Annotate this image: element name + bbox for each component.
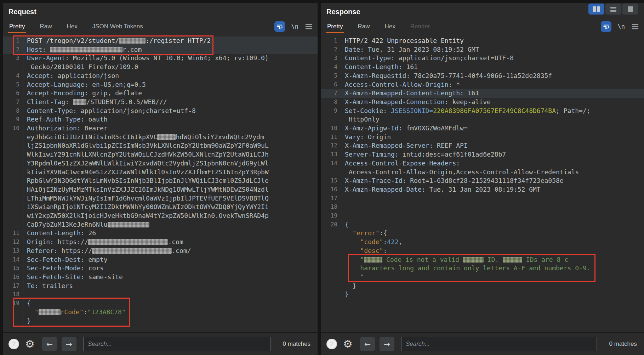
columns-view-button[interactable] — [588, 4, 604, 15]
word-wrap-button[interactable] — [274, 21, 285, 32]
line-number — [3, 194, 23, 203]
line-number: 10 — [3, 124, 23, 133]
code-line: 3Content-Type: application/json;charset=… — [321, 54, 644, 63]
line-number: 18 — [3, 290, 23, 299]
tab-raw[interactable]: Raw — [357, 19, 370, 34]
code-line: CaD7ybZuM13KeJeRn6Nlu — [3, 220, 318, 229]
word-wrap-icon — [603, 23, 610, 30]
line-number: 13 — [3, 247, 23, 255]
help-button[interactable]: ? — [326, 339, 337, 349]
request-match-count: 0 matches — [283, 340, 310, 348]
next-match-button[interactable]: → — [62, 337, 76, 351]
code-line: 19{ — [3, 299, 318, 308]
columns-view-icon — [593, 6, 596, 12]
code-line: WlkIiwiY291cnNlLXNlcnZpY2UtaWQiLCJzdHVkZ… — [3, 150, 318, 159]
code-line: Y3Rpdml0eS1zZXJ2aWNlLWlkIiwiY2xvdWQtc2Vy… — [3, 159, 318, 168]
line-number — [3, 63, 23, 72]
code-line: 4Accept: application/json — [3, 72, 318, 80]
editor-menu-icon[interactable] — [305, 23, 313, 30]
code-line: Gecko/20100101 Firefox/109.0 — [3, 63, 318, 72]
code-line: " — [321, 273, 644, 282]
code-line: 1POST /trogon/v2/student/:/register HTTP… — [3, 36, 318, 45]
next-match-button[interactable]: → — [380, 337, 394, 351]
line-number: 4 — [3, 72, 23, 80]
line-number: 16 — [321, 185, 341, 194]
line-number — [3, 203, 23, 212]
code-line: 17Te: trailers — [3, 282, 318, 291]
line-number: 5 — [3, 80, 23, 89]
previous-match-button[interactable]: ← — [360, 337, 375, 351]
line-number — [321, 115, 341, 124]
help-button[interactable]: ? — [8, 339, 19, 349]
response-editor[interactable]: 1HTTP/2 422 Unprocessable Entity2Date: T… — [321, 35, 644, 332]
tab-json-web-tokens[interactable]: JSON Web Tokens — [92, 19, 144, 34]
request-search-input[interactable] — [83, 337, 270, 351]
line-number: 16 — [3, 273, 23, 282]
code-line: 1HTTP/2 422 Unprocessable Entity — [321, 36, 644, 45]
code-line: 8X-Amzn-Remapped-Connection: keep-alive — [321, 98, 644, 107]
tab-render[interactable]: Render — [410, 19, 431, 34]
tab-hex[interactable]: Hex — [66, 19, 78, 34]
settings-button[interactable]: ⚙ — [23, 338, 37, 350]
show-newlines-button[interactable]: \n — [618, 23, 625, 30]
line-number: 3 — [3, 54, 23, 63]
code-line: 15X-Amzn-Trace-Id: Root=1-63d8cf28-21529… — [321, 176, 644, 185]
code-line: "error":{ — [321, 229, 644, 238]
tab-pretty[interactable]: Pretty — [326, 19, 343, 34]
tab-pretty[interactable]: Pretty — [8, 19, 25, 34]
code-line: 12X-Amzn-Remapped-Server: REEF API — [321, 141, 644, 150]
code-line: 15Sec-Fetch-Mode: cors — [3, 264, 318, 273]
code-line: Access-Control-Allow-Origin,Access-Contr… — [321, 168, 644, 177]
request-panel: Request Pretty Raw Hex JSON Web Tokens \… — [3, 3, 318, 355]
request-editor[interactable]: 1POST /trogon/v2/student/:/register HTTP… — [3, 35, 318, 332]
redacted-text — [39, 309, 61, 315]
line-number — [321, 290, 341, 299]
word-wrap-button[interactable] — [601, 21, 611, 32]
code-line: 11Content-Length: 26 — [3, 229, 318, 238]
response-panel: Response Pretty Raw Hex Render \n — [321, 3, 644, 355]
code-line: 7Client-Tag: /STUDENT/5.0.5/WEB/// — [3, 98, 318, 107]
line-number: 7 — [321, 89, 341, 98]
code-line: HAiOjE2NzUyMzMzMTksInVzZXJJZCI6ImJkNDg1O… — [3, 185, 318, 194]
response-search-input[interactable] — [401, 337, 597, 351]
line-number — [321, 168, 341, 177]
code-line: 20{ — [321, 220, 644, 229]
line-number: 5 — [321, 72, 341, 80]
line-number: 12 — [3, 238, 23, 247]
rows-view-button[interactable] — [605, 4, 621, 15]
line-number: 19 — [3, 299, 23, 308]
line-number — [3, 150, 23, 159]
code-line: haracters long and contain only letters … — [321, 264, 644, 273]
code-line: RpbGlwY3N3QGdtYWlsLmNvbSIsInNjb3BlIjpbIn… — [3, 176, 318, 185]
code-line: 10X-Amz-Apigw-Id: fmVOXGZWoAMFdlw= — [321, 124, 644, 133]
redacted-text — [108, 222, 149, 227]
tab-hex[interactable]: Hex — [384, 19, 396, 34]
tab-raw[interactable]: Raw — [39, 19, 52, 34]
editor-menu-icon[interactable] — [631, 23, 639, 30]
line-number: 14 — [3, 255, 23, 264]
line-number — [321, 264, 341, 273]
request-tab-bar: Pretty Raw Hex JSON Web Tokens \n — [3, 18, 318, 35]
help-icon: ? — [12, 340, 16, 348]
previous-match-button[interactable]: ← — [42, 337, 57, 351]
response-tab-bar: Pretty Raw Hex Render \n — [321, 18, 644, 35]
line-number: 17 — [3, 282, 23, 291]
line-number — [3, 168, 23, 177]
code-line: "rCode":"123ABC78" — [3, 308, 318, 317]
arrow-right-icon: → — [384, 340, 390, 349]
code-line: 14Sec-Fetch-Dest: empty — [3, 255, 318, 264]
settings-button[interactable]: ⚙ — [341, 338, 355, 350]
code-line: 9Reef-Auth-Type: oauth — [3, 115, 318, 124]
show-newlines-button[interactable]: \n — [291, 23, 298, 30]
code-line: 17 — [321, 194, 644, 203]
response-match-count: 0 matches — [609, 340, 637, 348]
code-line: 18 — [3, 290, 318, 299]
line-number — [321, 238, 341, 247]
code-line: } — [321, 282, 644, 291]
single-view-button[interactable] — [622, 4, 638, 15]
redacted-text — [88, 239, 168, 245]
response-panel-title: Response — [326, 8, 360, 16]
line-number: 15 — [3, 264, 23, 273]
line-number — [3, 176, 23, 185]
code-line: } — [321, 290, 644, 299]
